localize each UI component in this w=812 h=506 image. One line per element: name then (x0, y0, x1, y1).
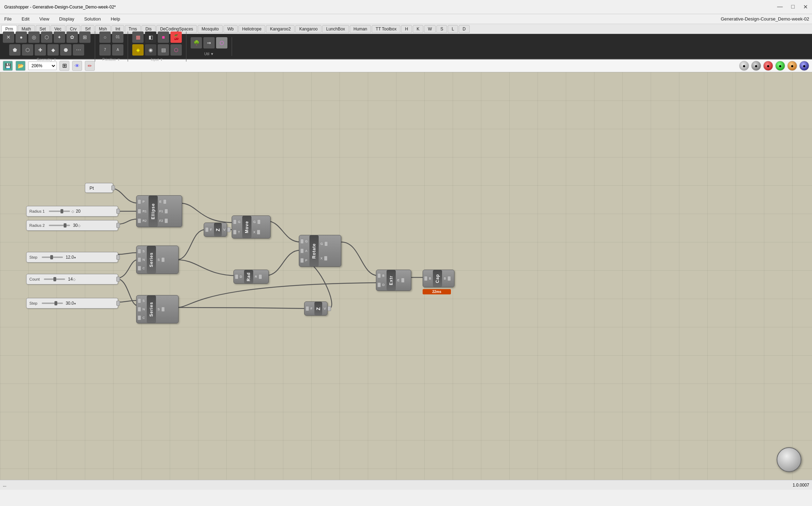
open-button[interactable]: 📂 (16, 61, 25, 71)
tool-input-7[interactable]: ▤ (158, 44, 169, 56)
tool-input-3[interactable]: ■ (158, 31, 169, 43)
tab-h[interactable]: H (401, 25, 412, 33)
tool-diamond[interactable]: ◆ (47, 44, 59, 56)
menu-edit[interactable]: Edit (20, 16, 31, 22)
tab-s[interactable]: S (436, 25, 447, 33)
titlebar: Grasshopper - Generative-Design-Course_D… (0, 0, 812, 14)
menu-display[interactable]: Display (58, 16, 76, 22)
tool-circle[interactable]: ● (16, 31, 27, 43)
primitive-group: ○ 01 7 A Primitive ▼ (99, 31, 128, 62)
tool-hexsolid[interactable]: ⬡ (22, 44, 33, 56)
tool-flower[interactable]: ✿ (66, 31, 78, 43)
count-thumb[interactable] (53, 277, 56, 281)
tool-input-2[interactable]: ◧ (145, 31, 156, 43)
view-button[interactable]: 👁 (72, 61, 82, 71)
radius2-track[interactable] (49, 225, 70, 226)
series1-node[interactable]: S N C Series S (136, 246, 179, 274)
tool-dot[interactable]: ⬟ (9, 44, 21, 56)
tab-wb[interactable]: Wb (224, 25, 238, 33)
tool-x[interactable]: ✕ (3, 31, 14, 43)
maximize-button[interactable]: □ (791, 4, 795, 10)
sphere-green[interactable]: ● (775, 61, 785, 71)
tool-hex[interactable]: ⬡ (41, 31, 52, 43)
tool-util-1[interactable]: 🌳 (191, 37, 202, 48)
util-group: 🌳 ⇒ ⬡ Util ▼ (191, 37, 232, 56)
zunit2-label: Z (314, 302, 322, 315)
radius2-slider[interactable]: Radius 2 30 ◇ (26, 220, 118, 231)
tab-tt-toolbox[interactable]: TT Toolbox (372, 25, 400, 33)
series2-node[interactable]: S N C Series S (136, 295, 179, 323)
step1-track[interactable] (42, 257, 63, 258)
canvas[interactable]: Pt P R1 R2 Ellipse E F1 F2 Radius 1 ◇ 20… (0, 72, 812, 490)
tool-prim-01[interactable]: 01 (112, 31, 123, 43)
close-button[interactable]: ✕ (803, 4, 808, 10)
rotate-port-p (300, 258, 304, 263)
extr-node[interactable]: B D Extr E (376, 270, 411, 291)
tab-kangaroo2[interactable]: Kangaroo2 (266, 25, 295, 33)
step2-track[interactable] (42, 303, 63, 304)
tab-k[interactable]: K (413, 25, 423, 33)
tab-heliotrope[interactable]: Heliotrope (238, 25, 266, 33)
status-right: 1.0.0007 (793, 483, 809, 488)
tool-util-2[interactable]: ⇒ (203, 37, 215, 48)
navigator-sphere[interactable] (777, 447, 801, 472)
menu-help[interactable]: Help (109, 16, 122, 22)
sphere-grey[interactable]: ● (739, 61, 749, 71)
tool-input-6[interactable]: ◉ (145, 44, 156, 56)
sphere-blue[interactable]: ● (799, 61, 809, 71)
tool-more[interactable]: ⋯ (73, 44, 84, 56)
radius1-thumb[interactable] (60, 209, 63, 213)
zunit2-port-f (306, 306, 309, 311)
count-track[interactable] (44, 278, 65, 280)
tab-lunchbox[interactable]: LunchBox (322, 25, 349, 33)
tool-prim-A[interactable]: A (112, 44, 123, 56)
menu-solution[interactable]: Solution (83, 16, 102, 22)
sketch-button[interactable]: ✏ (85, 61, 95, 71)
sphere-dark[interactable]: ● (751, 61, 761, 71)
zunit1-node[interactable]: F Z V (204, 223, 227, 237)
tool-prim-circle[interactable]: ○ (99, 31, 111, 43)
minimize-button[interactable]: — (777, 4, 783, 10)
radius2-value: 30 (73, 223, 77, 228)
tool-input-4[interactable]: 🍒 (170, 31, 182, 43)
menu-file[interactable]: File (3, 16, 13, 22)
tab-mosquito[interactable]: Mosquito (198, 25, 223, 33)
ellipse-node[interactable]: P R1 R2 Ellipse E F1 F2 (136, 195, 182, 227)
rad-node[interactable]: D Rad R (233, 270, 269, 284)
tab-d[interactable]: D (459, 25, 470, 33)
tool-grid[interactable]: ⊞ (79, 31, 91, 43)
tool-input-8[interactable]: ⬡ (170, 44, 182, 56)
count-slider[interactable]: Count 14 ◇ (26, 274, 118, 284)
ellipse-port-p (138, 199, 141, 204)
save-button[interactable]: 💾 (3, 61, 13, 71)
zoom-select[interactable]: 50%100%150% 206%300% (28, 62, 57, 70)
tool-input-1[interactable]: ▦ (132, 31, 144, 43)
sphere-red[interactable]: ● (763, 61, 773, 71)
tab-kangaroo[interactable]: Kangaroo (295, 25, 321, 33)
tool-prim-7[interactable]: 7 (99, 44, 111, 56)
step1-slider[interactable]: Step 12.0 ● (26, 252, 118, 263)
radius1-slider[interactable]: Radius 1 ◇ 20 (26, 206, 118, 217)
menu-view[interactable]: View (38, 16, 51, 22)
tool-star[interactable]: ✦ (54, 31, 65, 43)
tool-oct[interactable]: ⬣ (60, 44, 71, 56)
zunit2-node[interactable]: F Z V (304, 301, 327, 316)
rotate-node[interactable]: G A P Rotate G X (299, 235, 341, 267)
move-node[interactable]: G T Move G X (232, 215, 271, 238)
radius1-track[interactable] (49, 211, 70, 212)
sphere-orange[interactable]: ● (787, 61, 797, 71)
tool-input-5[interactable]: ◈ (132, 44, 144, 56)
fit-button[interactable]: ⊞ (59, 61, 69, 71)
tool-util-3[interactable]: ⬡ (216, 37, 227, 48)
tab-l[interactable]: L (448, 25, 458, 33)
tool-ring[interactable]: ◎ (28, 31, 40, 43)
radius2-thumb[interactable] (64, 223, 66, 228)
step2-thumb[interactable] (54, 301, 57, 305)
step2-slider[interactable]: Step 30.0 ● (26, 298, 118, 309)
step1-thumb[interactable] (50, 255, 53, 259)
cap-node[interactable]: B Cap B (423, 270, 454, 287)
tool-cross[interactable]: ✚ (35, 44, 46, 56)
pt-node[interactable]: Pt (85, 183, 113, 193)
tab-human[interactable]: Human (350, 25, 371, 33)
tab-w[interactable]: W (424, 25, 436, 33)
